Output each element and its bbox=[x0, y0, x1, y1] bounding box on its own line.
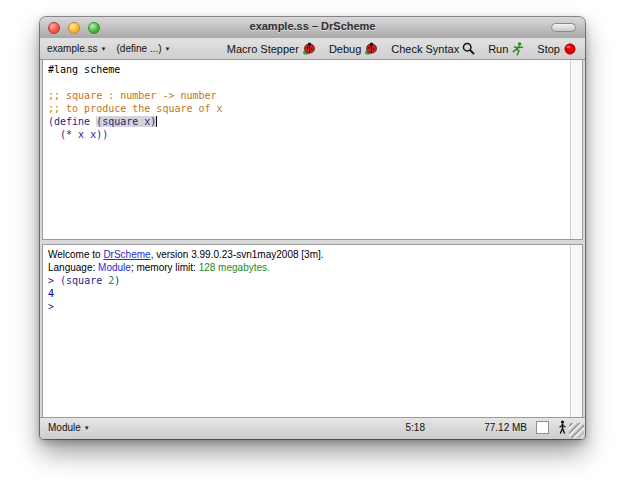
text-line: (define (square x) bbox=[48, 115, 570, 128]
stop-label: Stop bbox=[537, 43, 560, 55]
drscheme-link[interactable]: DrScheme bbox=[103, 249, 150, 260]
title-bar[interactable]: example.ss – DrScheme bbox=[40, 17, 585, 39]
text-line bbox=[48, 76, 570, 89]
text-segment: ; memory limit: bbox=[131, 262, 199, 273]
text-segment: > bbox=[48, 275, 60, 286]
text-segment: Welcome to bbox=[48, 249, 103, 260]
text-line: Welcome to DrScheme, version 3.99.0.23-s… bbox=[48, 248, 570, 261]
chevron-down-icon: ▼ bbox=[165, 46, 171, 52]
text-segment: ;; to produce the square of x bbox=[48, 103, 223, 114]
text-line: (* x x)) bbox=[48, 128, 570, 141]
text-line: ;; square : number -> number bbox=[48, 89, 570, 102]
text-segment: Language: bbox=[48, 262, 98, 273]
screen: example.ss – DrScheme example.ss ▼ (defi… bbox=[0, 0, 620, 487]
language-menu-label: Module bbox=[48, 422, 81, 433]
drscheme-window: example.ss – DrScheme example.ss ▼ (defi… bbox=[40, 17, 585, 439]
text-line: Language: Module; memory limit: 128 mega… bbox=[48, 261, 570, 274]
debug-label: Debug bbox=[329, 43, 361, 55]
text-line: > bbox=[48, 300, 570, 313]
line-column-indicator: 5:18 bbox=[406, 422, 425, 433]
text-segment: (define bbox=[48, 116, 96, 127]
text-segment: #lang scheme bbox=[48, 64, 120, 75]
text-segment: (square x) bbox=[96, 116, 156, 127]
interactions-pane[interactable]: Welcome to DrScheme, version 3.99.0.23-s… bbox=[42, 244, 583, 418]
stop-icon bbox=[563, 42, 577, 56]
definitions-pane[interactable]: #lang scheme ;; square : number -> numbe… bbox=[42, 59, 583, 240]
text-segment: 128 megabytes. bbox=[199, 262, 270, 273]
interactions-scrollbar[interactable] bbox=[570, 245, 582, 417]
language-menu[interactable]: Module ▼ bbox=[48, 422, 90, 433]
ladybug-icon bbox=[364, 42, 378, 55]
define-popup-menu[interactable]: (define ...) ▼ bbox=[117, 43, 171, 54]
macro-stepper-label: Macro Stepper bbox=[227, 43, 299, 55]
text-segment: ) bbox=[114, 275, 120, 286]
file-menu[interactable]: example.ss ▼ bbox=[47, 43, 107, 54]
magnifier-icon bbox=[462, 42, 475, 55]
text-segment: (* x x)) bbox=[48, 129, 108, 140]
text-segment: (square bbox=[60, 275, 108, 286]
text-line: ;; to produce the square of x bbox=[48, 102, 570, 115]
definitions-editor[interactable]: #lang scheme ;; square : number -> numbe… bbox=[43, 60, 570, 239]
status-bar: Module ▼ 5:18 77.12 MB bbox=[40, 417, 585, 439]
file-menu-label: example.ss bbox=[47, 43, 98, 54]
stop-button[interactable]: Stop bbox=[537, 42, 577, 56]
ladybug-step-icon bbox=[302, 42, 316, 55]
check-syntax-button[interactable]: Check Syntax bbox=[391, 42, 475, 55]
text-segment: 4 bbox=[48, 288, 54, 299]
text-line: 4 bbox=[48, 287, 570, 300]
text-segment: Module bbox=[98, 262, 131, 273]
chevron-down-icon: ▼ bbox=[101, 46, 107, 52]
toolbar-toggle-button[interactable] bbox=[551, 23, 576, 32]
window-title: example.ss – DrScheme bbox=[40, 20, 585, 32]
interactions-repl[interactable]: Welcome to DrScheme, version 3.99.0.23-s… bbox=[43, 245, 570, 417]
text-segment: ;; square : number -> number bbox=[48, 90, 217, 101]
resize-grip[interactable] bbox=[569, 423, 584, 438]
text-segment: > bbox=[48, 301, 54, 312]
definitions-scrollbar[interactable] bbox=[570, 60, 582, 239]
run-button[interactable]: Run bbox=[488, 42, 524, 56]
chevron-down-icon: ▼ bbox=[84, 425, 90, 431]
text-cursor bbox=[156, 116, 157, 127]
activity-man-icon bbox=[558, 420, 567, 435]
debug-button[interactable]: Debug bbox=[329, 42, 378, 55]
define-menu-label: (define ...) bbox=[117, 43, 162, 54]
text-segment: , version 3.99.0.23-svn1may2008 [3m]. bbox=[151, 249, 324, 260]
macro-stepper-button[interactable]: Macro Stepper bbox=[227, 42, 316, 55]
memory-usage-indicator: 77.12 MB bbox=[484, 422, 527, 433]
run-label: Run bbox=[488, 43, 508, 55]
text-line: #lang scheme bbox=[48, 63, 570, 76]
runner-icon bbox=[511, 42, 524, 56]
check-syntax-label: Check Syntax bbox=[391, 43, 459, 55]
text-line: > (square 2) bbox=[48, 274, 570, 287]
toolbar: example.ss ▼ (define ...) ▼ Macro Steppe… bbox=[40, 38, 585, 60]
gc-indicator bbox=[536, 421, 549, 434]
